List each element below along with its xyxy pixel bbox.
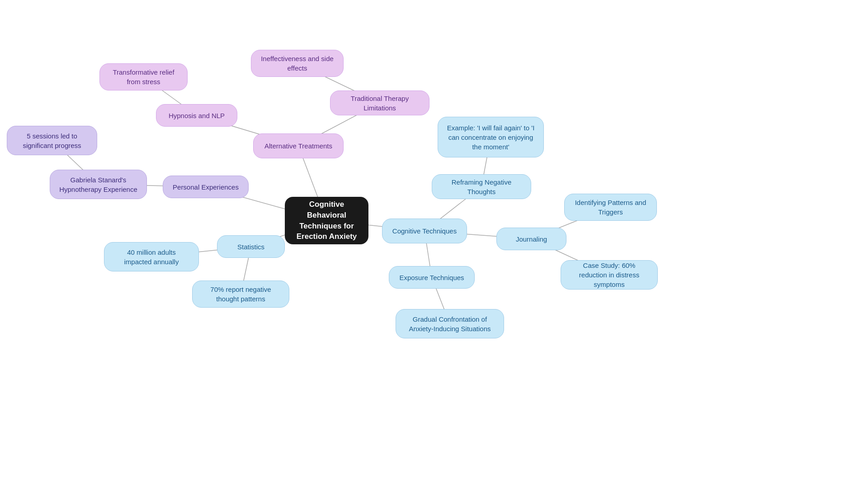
gradual-node: Gradual Confrontation of Anxiety-Inducin… (396, 309, 504, 338)
traditional-therapy-node: Traditional Therapy Limitations (330, 90, 429, 115)
gradual-label: Gradual Confrontation of Anxiety-Inducin… (404, 314, 495, 333)
ineffectiveness-label: Ineffectiveness and side effects (259, 54, 335, 73)
identifying-label: Identifying Patterns and Triggers (573, 198, 648, 217)
personal-experiences-node: Personal Experiences (163, 176, 249, 198)
statistics-label: Statistics (237, 242, 264, 252)
forty-million-node: 40 million adults impacted annually (104, 242, 199, 271)
center-node: Cognitive Behavioral Techniques for Erec… (285, 197, 368, 244)
exposure-node: Exposure Techniques (389, 266, 475, 289)
alternative-treatments-node: Alternative Treatments (253, 133, 344, 158)
statistics-node: Statistics (217, 235, 285, 258)
alternative-treatments-label: Alternative Treatments (264, 141, 332, 151)
traditional-therapy-label: Traditional Therapy Limitations (339, 94, 421, 113)
transformative-node: Transformative relief from stress (99, 63, 188, 90)
hypnosis-label: Hypnosis and NLP (169, 111, 225, 120)
reframing-node: Reframing Negative Thoughts (432, 174, 531, 199)
forty-million-label: 40 million adults impacted annually (113, 247, 190, 266)
transformative-label: Transformative relief from stress (108, 67, 179, 86)
example-thought-label: Example: 'I will fail again' to 'I can c… (446, 123, 535, 152)
exposure-label: Exposure Techniques (399, 273, 464, 282)
identifying-node: Identifying Patterns and Triggers (564, 194, 657, 221)
gabriela-label: Gabriela Stanard's Hypnotherapy Experien… (58, 175, 138, 194)
center-label: Cognitive Behavioral Techniques for Erec… (293, 199, 360, 242)
personal-experiences-label: Personal Experiences (173, 182, 239, 192)
five-sessions-node: 5 sessions led to significant progress (7, 126, 97, 155)
seventy-percent-label: 70% report negative thought patterns (201, 285, 281, 304)
seventy-percent-node: 70% report negative thought patterns (192, 281, 289, 308)
example-thought-node: Example: 'I will fail again' to 'I can c… (438, 117, 544, 157)
cognitive-techniques-label: Cognitive Techniques (392, 226, 457, 236)
case-study-label: Case Study: 60% reduction in distress sy… (569, 261, 649, 289)
hypnosis-node: Hypnosis and NLP (156, 104, 237, 127)
reframing-label: Reframing Negative Thoughts (440, 177, 523, 196)
case-study-node: Case Study: 60% reduction in distress sy… (561, 260, 658, 290)
journaling-label: Journaling (516, 234, 547, 244)
five-sessions-label: 5 sessions led to significant progress (15, 131, 89, 150)
cognitive-techniques-node: Cognitive Techniques (382, 219, 467, 243)
gabriela-node: Gabriela Stanard's Hypnotherapy Experien… (50, 170, 147, 199)
journaling-node: Journaling (496, 228, 566, 250)
ineffectiveness-node: Ineffectiveness and side effects (251, 50, 344, 77)
